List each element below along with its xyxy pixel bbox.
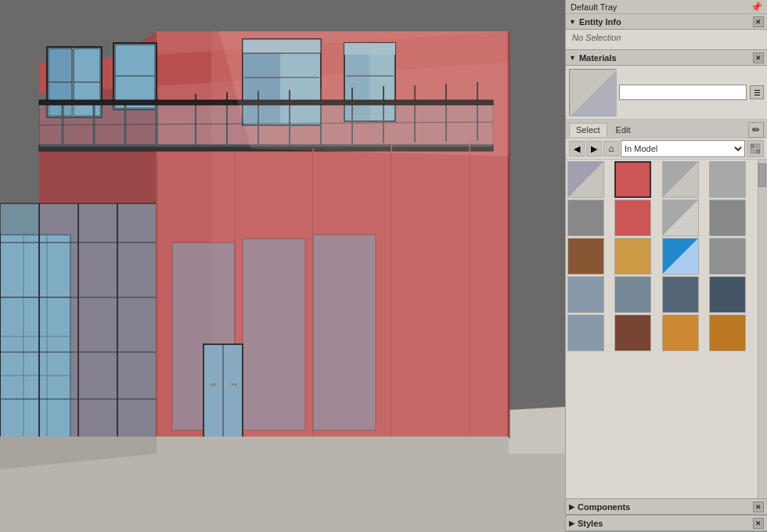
- materials-tab-icons: ✏: [748, 122, 764, 138]
- mat-cell-6-brick[interactable]: Brick, Common: [614, 200, 651, 236]
- tab-edit[interactable]: Edit: [609, 123, 638, 137]
- svg-rect-79: [756, 149, 760, 153]
- mat-cell-15[interactable]: [662, 276, 699, 313]
- tray-title: Default Tray: [571, 2, 617, 12]
- materials-preview-area: Default ☰: [566, 66, 767, 120]
- materials-nav: ◀ ▶ ⌂ In ModelColorsBrickCarpetGlassMeta…: [566, 138, 767, 160]
- components-header[interactable]: ▶ Components ✕: [566, 499, 767, 515]
- mat-cell-9[interactable]: [567, 238, 604, 275]
- materials-header[interactable]: ▼ Materials ✕: [566, 50, 767, 66]
- main-container: Default Tray 📌 ▼ Entity Info ✕ No Select…: [0, 0, 767, 532]
- styles-header[interactable]: ▶ Styles ✕: [566, 516, 767, 531]
- mat-cell-2[interactable]: Brick, Common: [614, 161, 651, 198]
- mat-cell-16[interactable]: [709, 276, 746, 313]
- materials-grid-container[interactable]: Brick, Common Brick, Common: [566, 160, 767, 498]
- styles-expand-icon: ▶: [569, 519, 574, 527]
- svg-rect-77: [756, 144, 760, 148]
- mat-cell-11[interactable]: [662, 238, 699, 275]
- mat-cell-12[interactable]: [709, 238, 746, 275]
- svg-rect-76: [751, 144, 754, 148]
- svg-rect-63: [243, 239, 305, 430]
- mat-cell-13[interactable]: [567, 276, 604, 313]
- entity-info-section: ▼ Entity Info ✕ No Selection: [566, 14, 767, 50]
- components-expand-icon: ▶: [569, 503, 574, 511]
- svg-marker-1: [0, 454, 565, 532]
- materials-grid: Brick, Common Brick, Common: [567, 161, 765, 351]
- mat-cell-17[interactable]: [567, 315, 604, 351]
- materials-tabs: Select Edit ✏: [566, 120, 767, 138]
- material-icon-col: ☰: [750, 85, 764, 99]
- entity-info-header[interactable]: ▼ Entity Info ✕: [566, 14, 767, 30]
- materials-close-btn[interactable]: ✕: [753, 52, 764, 63]
- mat-cell-10[interactable]: [614, 238, 651, 275]
- components-title: ▶ Components: [569, 502, 630, 512]
- entity-info-expand-icon: ▼: [569, 18, 576, 26]
- svg-rect-78: [751, 149, 754, 153]
- mat-cell-8[interactable]: [709, 200, 746, 236]
- right-panel: Default Tray 📌 ▼ Entity Info ✕ No Select…: [565, 0, 767, 532]
- mat-cell-4[interactable]: [709, 161, 746, 198]
- tab-select[interactable]: Select: [569, 123, 607, 137]
- svg-rect-68: [231, 383, 237, 386]
- materials-scrollbar-thumb: [758, 164, 766, 187]
- in-model-select[interactable]: In ModelColorsBrickCarpetGlassMetalStone…: [621, 140, 745, 157]
- materials-expand-icon: ▼: [569, 54, 576, 62]
- tray-pin-btn[interactable]: 📌: [751, 2, 762, 13]
- mat-cell-20[interactable]: [709, 315, 746, 351]
- svg-rect-67: [210, 383, 216, 386]
- mat-cell-19[interactable]: [662, 315, 699, 351]
- sample-material-btn[interactable]: ✏: [748, 122, 764, 138]
- entity-info-close-btn[interactable]: ✕: [753, 16, 764, 27]
- materials-title: ▼ Materials: [569, 53, 617, 63]
- entity-info-title: ▼ Entity Info: [569, 17, 621, 27]
- swatch-svg: [570, 70, 617, 117]
- viewport[interactable]: [0, 0, 565, 532]
- tray-header: Default Tray 📌: [566, 0, 767, 14]
- nav-back-btn[interactable]: ◀: [569, 141, 585, 156]
- materials-scrollbar[interactable]: [758, 160, 767, 498]
- styles-section: ▶ Styles ✕: [566, 516, 767, 532]
- material-menu-btn[interactable]: ☰: [750, 85, 764, 99]
- components-section: ▶ Components ✕: [566, 499, 767, 516]
- mat-cell-1[interactable]: [567, 161, 604, 198]
- mat-cell-5[interactable]: [567, 200, 604, 236]
- svg-marker-72: [219, 31, 509, 156]
- nav-forward-btn[interactable]: ▶: [586, 141, 602, 156]
- svg-rect-64: [313, 235, 376, 430]
- styles-title: ▶ Styles: [569, 519, 603, 528]
- entity-info-body: No Selection: [566, 30, 767, 49]
- components-close-btn[interactable]: ✕: [753, 501, 764, 512]
- styles-close-btn[interactable]: ✕: [753, 518, 764, 529]
- nav-home-btn[interactable]: ⌂: [603, 141, 619, 156]
- mat-cell-14[interactable]: [614, 276, 651, 313]
- svg-marker-71: [157, 437, 509, 454]
- mat-cell-18[interactable]: [614, 315, 651, 351]
- material-swatch: [569, 69, 616, 116]
- materials-section: ▼ Materials ✕ Default ☰: [566, 50, 767, 499]
- building-scene: [0, 0, 565, 532]
- entity-info-status: No Selection: [572, 33, 621, 42]
- mat-cell-3[interactable]: [662, 161, 699, 198]
- mat-cell-7[interactable]: [662, 200, 699, 236]
- material-name-input[interactable]: Default: [619, 84, 747, 100]
- create-material-btn[interactable]: [747, 140, 764, 157]
